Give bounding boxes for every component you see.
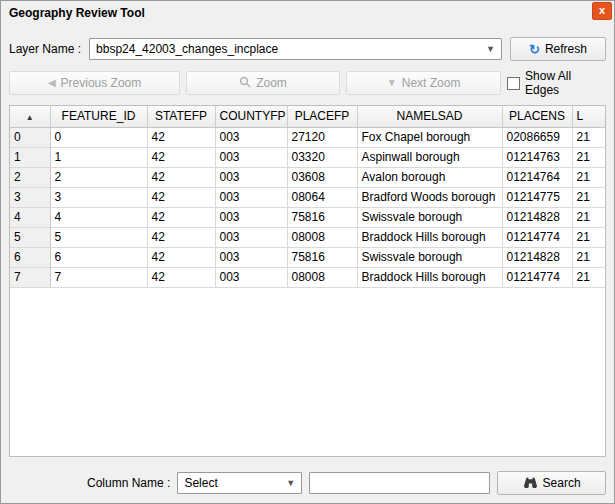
table-cell[interactable]: 01214775 <box>502 187 572 207</box>
table-row[interactable]: 2 2 42 003 03608 Avalon borough 01214764… <box>10 167 606 187</box>
table-cell[interactable]: 003 <box>215 227 287 247</box>
table-cell[interactable]: Swissvale borough <box>357 247 502 267</box>
table-cell[interactable]: 08008 <box>287 227 357 247</box>
show-all-edges-checkbox-group[interactable]: Show All Edges <box>507 69 606 97</box>
table-cell[interactable]: 003 <box>215 127 287 147</box>
table-cell[interactable]: 01214774 <box>502 267 572 287</box>
table-cell[interactable]: 75816 <box>287 207 357 227</box>
row-header[interactable]: 6 <box>10 247 50 267</box>
search-button[interactable]: Search <box>497 471 606 495</box>
next-zoom-button[interactable]: ▼ Next Zoom <box>346 71 502 95</box>
table-cell[interactable]: 1 <box>50 147 147 167</box>
table-cell[interactable]: Aspinwall borough <box>357 147 502 167</box>
table-cell[interactable]: 2 <box>50 167 147 187</box>
table-cell[interactable]: 42 <box>147 127 215 147</box>
table-cell[interactable]: 003 <box>215 167 287 187</box>
table-cell[interactable]: Avalon borough <box>357 167 502 187</box>
table-cell[interactable]: 01214763 <box>502 147 572 167</box>
table-row[interactable]: 6 6 42 003 75816 Swissvale borough 01214… <box>10 247 606 267</box>
table-cell[interactable]: 03320 <box>287 147 357 167</box>
table-cell[interactable]: 21 <box>572 147 606 167</box>
table-cell[interactable]: 01214774 <box>502 227 572 247</box>
show-all-edges-checkbox[interactable] <box>507 77 520 90</box>
table-cell[interactable]: 0 <box>50 127 147 147</box>
table-cell[interactable]: 21 <box>572 247 606 267</box>
table-row[interactable]: 5 5 42 003 08008 Braddock Hills borough … <box>10 227 606 247</box>
table-row[interactable]: 7 7 42 003 08008 Braddock Hills borough … <box>10 267 606 287</box>
column-header-namelsad[interactable]: NAMELSAD <box>357 106 502 127</box>
table-cell[interactable]: 03608 <box>287 167 357 187</box>
refresh-button[interactable]: ↻ Refresh <box>510 37 606 61</box>
zoom-toolbar: ◀ Previous Zoom Zoom ▼ Next Zoom Show Al… <box>9 69 606 97</box>
attribute-table: ▲ FEATURE_ID STATEFP COUNTYFP PLACEFP NA… <box>10 106 606 288</box>
layer-name-combobox[interactable]: bbsp24_42003_changes_incplace ▼ <box>89 38 502 60</box>
table-cell[interactable]: 27120 <box>287 127 357 147</box>
table-cell[interactable]: 003 <box>215 187 287 207</box>
table-cell[interactable]: Bradford Woods borough <box>357 187 502 207</box>
table-cell[interactable]: 21 <box>572 187 606 207</box>
titlebar[interactable]: Geography Review Tool x <box>1 1 614 25</box>
table-cell[interactable]: 21 <box>572 127 606 147</box>
table-cell[interactable]: Swissvale borough <box>357 207 502 227</box>
table-cell[interactable]: 7 <box>50 267 147 287</box>
table-cell[interactable]: 21 <box>572 267 606 287</box>
search-label: Search <box>543 476 581 490</box>
close-button[interactable]: x <box>592 2 612 20</box>
table-cell[interactable]: 21 <box>572 167 606 187</box>
row-header[interactable]: 1 <box>10 147 50 167</box>
table-cell[interactable]: 42 <box>147 267 215 287</box>
previous-zoom-label: Previous Zoom <box>61 76 142 90</box>
table-cell[interactable]: 003 <box>215 267 287 287</box>
layer-name-value: bbsp24_42003_changes_incplace <box>96 42 480 56</box>
column-header-countyfp[interactable]: COUNTYFP <box>215 106 287 127</box>
table-cell[interactable]: 21 <box>572 227 606 247</box>
next-zoom-label: Next Zoom <box>402 76 461 90</box>
search-input[interactable] <box>309 472 490 494</box>
table-cell[interactable]: 4 <box>50 207 147 227</box>
table-row[interactable]: 3 3 42 003 08064 Bradford Woods borough … <box>10 187 606 207</box>
row-header[interactable]: 2 <box>10 167 50 187</box>
column-header-feature-id[interactable]: FEATURE_ID <box>50 106 147 127</box>
table-cell[interactable]: Fox Chapel borough <box>357 127 502 147</box>
column-header-l[interactable]: L <box>572 106 606 127</box>
table-cell[interactable]: 003 <box>215 147 287 167</box>
column-header-placefp[interactable]: PLACEFP <box>287 106 357 127</box>
attribute-table-container[interactable]: ▲ FEATURE_ID STATEFP COUNTYFP PLACEFP NA… <box>9 105 606 457</box>
zoom-button[interactable]: Zoom <box>186 71 340 95</box>
row-header[interactable]: 0 <box>10 127 50 147</box>
table-cell[interactable]: 42 <box>147 207 215 227</box>
table-cell[interactable]: Braddock Hills borough <box>357 227 502 247</box>
table-cell[interactable]: 42 <box>147 247 215 267</box>
table-cell[interactable]: 42 <box>147 227 215 247</box>
column-name-combobox[interactable]: Select ▼ <box>177 472 302 494</box>
row-header[interactable]: 5 <box>10 227 50 247</box>
table-cell[interactable]: 08064 <box>287 187 357 207</box>
table-cell[interactable]: 75816 <box>287 247 357 267</box>
table-cell[interactable]: 01214828 <box>502 247 572 267</box>
table-cell[interactable]: 01214828 <box>502 207 572 227</box>
table-cell[interactable]: 42 <box>147 167 215 187</box>
table-cell[interactable]: 21 <box>572 207 606 227</box>
table-row[interactable]: 1 1 42 003 03320 Aspinwall borough 01214… <box>10 147 606 167</box>
column-header-statefp[interactable]: STATEFP <box>147 106 215 127</box>
table-row[interactable]: 0 0 42 003 27120 Fox Chapel borough 0208… <box>10 127 606 147</box>
row-header[interactable]: 3 <box>10 187 50 207</box>
table-cell[interactable]: 003 <box>215 207 287 227</box>
column-header-placens[interactable]: PLACENS <box>502 106 572 127</box>
row-header[interactable]: 4 <box>10 207 50 227</box>
table-cell[interactable]: 01214764 <box>502 167 572 187</box>
table-cell[interactable]: 02086659 <box>502 127 572 147</box>
row-header[interactable]: 7 <box>10 267 50 287</box>
table-row[interactable]: 4 4 42 003 75816 Swissvale borough 01214… <box>10 207 606 227</box>
table-cell[interactable]: 08008 <box>287 267 357 287</box>
zoom-label: Zoom <box>256 76 287 90</box>
table-cell[interactable]: 42 <box>147 147 215 167</box>
table-cell[interactable]: 6 <box>50 247 147 267</box>
table-cell[interactable]: 003 <box>215 247 287 267</box>
table-cell[interactable]: 3 <box>50 187 147 207</box>
table-cell[interactable]: Braddock Hills borough <box>357 267 502 287</box>
table-cell[interactable]: 5 <box>50 227 147 247</box>
corner-header[interactable]: ▲ <box>10 106 50 127</box>
table-cell[interactable]: 42 <box>147 187 215 207</box>
previous-zoom-button[interactable]: ◀ Previous Zoom <box>9 71 180 95</box>
